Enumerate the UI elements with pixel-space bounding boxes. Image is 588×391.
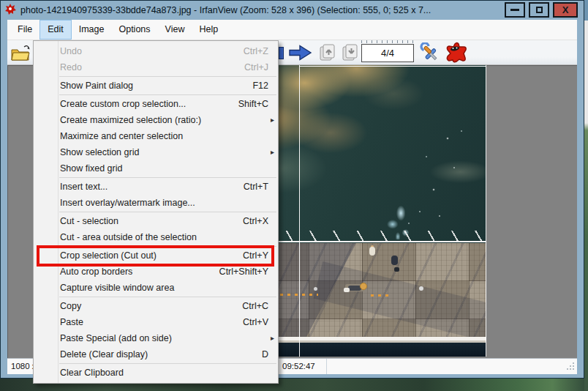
- menu-item-label: Show Paint dialog: [60, 81, 133, 91]
- menu-item-label: Undo: [60, 46, 82, 56]
- menu-file[interactable]: File: [10, 20, 39, 40]
- menu-item-undo[interactable]: UndoCtrl+Z: [34, 43, 278, 59]
- menu-view[interactable]: View: [158, 20, 192, 40]
- photo-round-object-2: [314, 287, 317, 291]
- irfanview-logo-icon[interactable]: [4, 3, 16, 18]
- menu-item-shortcut: Ctrl+Shift+Y: [219, 267, 268, 277]
- menu-item-copy[interactable]: CopyCtrl+C: [34, 298, 278, 314]
- menu-item-shortcut: Ctrl+Z: [244, 46, 268, 56]
- menu-item-create-maximized-selection-ratio[interactable]: Create maximized selection (ratio:)▸: [34, 112, 278, 128]
- page-down-button[interactable]: [341, 43, 360, 65]
- minimize-button[interactable]: [505, 2, 525, 18]
- photo-dock-edge: [270, 337, 486, 343]
- status-time: 09:52:47: [279, 359, 327, 374]
- menu-item-label: Create maximized selection (ratio:): [60, 115, 201, 125]
- menubar: File Edit Image Options View Help: [7, 20, 577, 40]
- menu-item-label: Auto crop borders: [60, 267, 132, 277]
- menu-item-show-selection-grid[interactable]: Show selection grid▸: [34, 144, 278, 160]
- menu-item-create-custom-crop-selection[interactable]: Create custom crop selection...Shift+C: [34, 96, 278, 112]
- settings-wrench-icon: [420, 42, 442, 64]
- photo-stroller: [394, 267, 399, 272]
- menu-item-shortcut: Ctrl+X: [243, 216, 268, 226]
- menu-item-shortcut: D: [262, 349, 268, 360]
- menu-item-label: Create custom crop selection...: [60, 99, 186, 109]
- menu-item-label: Clear Clipboard: [60, 368, 124, 378]
- menu-item-label: Paste Special (add on side): [60, 333, 172, 343]
- menu-item-maximize-and-center-selection[interactable]: Maximize and center selection: [34, 128, 278, 144]
- maximize-icon: [536, 7, 543, 13]
- menu-image[interactable]: Image: [72, 20, 112, 40]
- photo-image[interactable]: [270, 65, 486, 357]
- menu-item-label: Show selection grid: [60, 147, 139, 157]
- window-controls: X: [505, 2, 578, 18]
- menu-item-label: Crop selection (Cut out): [60, 250, 157, 261]
- menu-help[interactable]: Help: [192, 20, 225, 40]
- photo-person-walking-1: [369, 247, 375, 256]
- menu-item-delete-clear-display[interactable]: Delete (Clear display)D: [34, 346, 278, 362]
- photo-sun-hat: [360, 283, 367, 290]
- menu-item-label: Copy: [60, 301, 81, 311]
- menu-item-insert-overlay-watermark-image[interactable]: Insert overlay/watermark image...: [34, 195, 278, 211]
- submenu-arrow-icon: ▸: [271, 144, 274, 160]
- menu-edit[interactable]: Edit: [39, 20, 72, 40]
- menu-item-paste-special-add-on-side[interactable]: Paste Special (add on side)▸: [34, 330, 278, 346]
- menu-item-crop-selection-cut-out[interactable]: Crop selection (Cut out)Ctrl+Y: [34, 247, 278, 264]
- menu-item-label: Capture visible window area: [60, 283, 174, 293]
- page-down-icon: [341, 43, 360, 62]
- menu-item-paste[interactable]: PasteCtrl+V: [34, 314, 278, 330]
- photo-person-walking-2: [391, 256, 398, 265]
- menu-item-shortcut: Shift+C: [238, 99, 268, 109]
- menu-item-cut-area-outside-of-the-selection[interactable]: Cut - area outside of the selection: [34, 229, 278, 245]
- menu-item-shortcut: Ctrl+T: [244, 182, 268, 192]
- maximize-button[interactable]: [529, 2, 549, 18]
- menu-item-label: Paste: [60, 317, 83, 327]
- menu-options[interactable]: Options: [111, 20, 157, 40]
- menu-item-redo[interactable]: RedoCtrl+J: [34, 59, 278, 75]
- properties-button[interactable]: [420, 42, 442, 67]
- menu-item-label: Show fixed grid: [60, 163, 122, 174]
- menu-item-show-paint-dialog[interactable]: Show Paint dialogF12: [34, 78, 278, 94]
- page-counter-field[interactable]: 4/4: [361, 44, 414, 62]
- menu-item-label: Insert text...: [60, 182, 108, 192]
- window-title: photo-1421940975339-33bdde74a873.jpg - I…: [20, 5, 496, 15]
- background-window-sliver: [584, 0, 588, 391]
- prev-file-icon[interactable]: [279, 47, 284, 59]
- open-folder-icon: [10, 43, 31, 62]
- selection-rectangle-left[interactable]: [299, 65, 300, 357]
- selection-rectangle-right[interactable]: [486, 65, 486, 357]
- submenu-arrow-icon: ▸: [271, 330, 274, 346]
- menu-item-cut-selection[interactable]: Cut - selectionCtrl+X: [34, 213, 278, 229]
- edit-menu: UndoCtrl+ZRedoCtrl+JShow Paint dialogF12…: [33, 40, 279, 384]
- photo-railing: [270, 241, 486, 242]
- menu-item-label: Redo: [60, 62, 82, 72]
- page-up-button[interactable]: [318, 43, 337, 65]
- menu-item-label: Insert overlay/watermark image...: [60, 198, 195, 208]
- minimize-icon: [510, 9, 519, 11]
- counter-ruler-ticks: [361, 40, 414, 43]
- selection-rectangle-top[interactable]: [299, 66, 486, 67]
- open-file-button[interactable]: [9, 42, 32, 64]
- photo-white-blanket: [344, 288, 350, 292]
- resize-grip-icon[interactable]: [566, 362, 575, 372]
- menu-item-insert-text[interactable]: Insert text...Ctrl+T: [34, 179, 278, 195]
- menu-item-label: Cut - area outside of the selection: [60, 232, 197, 242]
- about-button[interactable]: [444, 42, 467, 67]
- submenu-arrow-icon: ▸: [271, 112, 274, 128]
- menu-item-shortcut: Ctrl+Y: [243, 250, 268, 261]
- photo-lower-water: [270, 343, 486, 357]
- menu-item-shortcut: Ctrl+V: [243, 317, 268, 327]
- menu-item-shortcut: F12: [252, 81, 268, 91]
- menu-item-show-fixed-grid[interactable]: Show fixed grid: [34, 160, 278, 176]
- menu-item-capture-visible-window-area[interactable]: Capture visible window area: [34, 280, 278, 296]
- next-file-button[interactable]: [288, 44, 313, 64]
- menu-item-clear-clipboard[interactable]: Clear Clipboard: [34, 365, 278, 381]
- status-empty: [327, 359, 577, 374]
- close-button[interactable]: X: [553, 2, 578, 18]
- menu-item-auto-crop-borders[interactable]: Auto crop bordersCtrl+Shift+Y: [34, 264, 278, 280]
- photo-orange-markers-1: [273, 294, 318, 296]
- photo-round-object-1: [419, 286, 423, 291]
- titlebar[interactable]: photo-1421940975339-33bdde74a873.jpg - I…: [1, 1, 584, 20]
- irfanview-mascot-icon: [444, 42, 467, 64]
- screenshot-root: photo-1421940975339-33bdde74a873.jpg - I…: [0, 0, 588, 391]
- photo-railing-marks: [270, 231, 486, 242]
